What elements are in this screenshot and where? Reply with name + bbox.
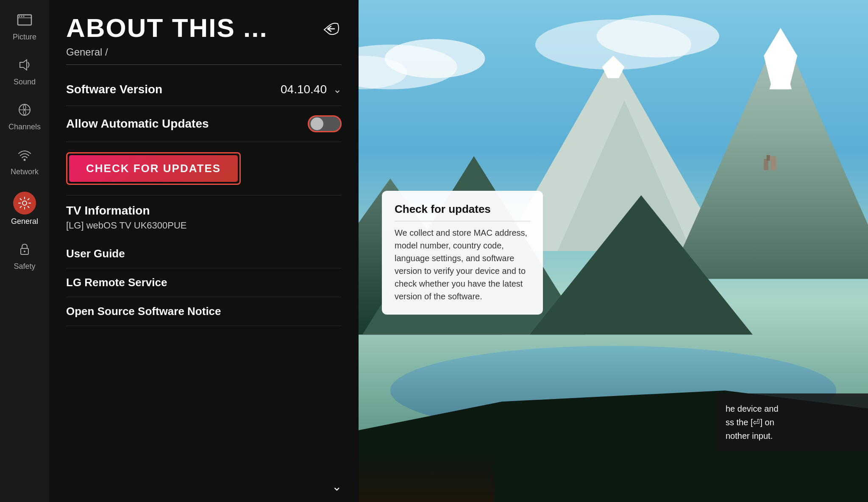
sidebar-item-label-sound: Sound [14,78,36,86]
remote-service-label: LG Remote Service [66,276,167,289]
software-version-value-group: 04.10.40 ⌄ [281,83,342,96]
sidebar-item-sound[interactable]: Sound [0,49,49,94]
safety-icon [17,241,33,259]
page-title-text: ABOUT THIS ... [66,13,268,43]
svg-marker-5 [20,60,27,70]
svg-rect-29 [771,156,776,170]
tv-info-model: [LG] webOS TV UK6300PUE [66,220,342,231]
open-source-item[interactable]: Open Source Software Notice [66,297,342,326]
toggle-thumb [311,117,323,130]
keyboard-hint [359,451,494,502]
svg-point-11 [24,251,25,252]
sound-icon [17,57,33,75]
general-icon-wrap [13,192,36,215]
user-guide-item[interactable]: User Guide [66,240,342,268]
check-updates-btn-outer: CHECK FOR UPDATES [66,152,241,185]
svg-point-18 [597,15,719,58]
tv-background: Check for updates We collect and store M… [359,0,868,502]
remote-service-item[interactable]: LG Remote Service [66,268,342,297]
sidebar-item-label-general: General [11,217,38,226]
info-overlay-text: he device andss the [⏎] onnother input. [726,404,779,441]
picture-icon [17,12,33,30]
breadcrumb: General / [66,46,342,65]
software-version-row: Software Version 04.10.40 ⌄ [66,73,342,106]
main-panel: ABOUT THIS ... General / Software Versio… [49,0,359,502]
sidebar-item-label-picture: Picture [13,33,36,42]
chevron-up-icon[interactable]: ⌄ [333,84,342,95]
sidebar-item-picture[interactable]: Picture [0,4,49,49]
svg-point-2 [19,16,20,17]
check-updates-wrapper: CHECK FOR UPDATES [66,142,342,195]
sidebar-item-safety[interactable]: Safety [0,234,49,279]
page-title-row: ABOUT THIS ... [66,13,342,43]
toggle-track [308,115,342,132]
svg-rect-30 [767,155,770,161]
sidebar-item-network[interactable]: Network [0,139,49,184]
auto-updates-row: Allow Automatic Updates [66,106,342,142]
tooltip-popup: Check for updates We collect and store M… [382,191,543,315]
sidebar-item-channels[interactable]: Channels [0,94,49,139]
network-icon [17,147,33,165]
back-button[interactable] [320,17,342,39]
tooltip-text: We collect and store MAC address, model … [395,226,530,303]
info-overlay: he device andss the [⏎] onnother input. [715,393,868,451]
tv-information-section: TV Information [LG] webOS TV UK6300PUE [66,195,342,240]
svg-point-8 [24,159,26,161]
scroll-down-icon[interactable]: ⌄ [332,480,342,494]
sidebar-item-label-channels: Channels [8,123,41,131]
svg-point-9 [22,201,27,205]
tv-content-area: Check for updates We collect and store M… [359,0,868,502]
software-version-label: Software Version [66,83,162,96]
auto-updates-label: Allow Automatic Updates [66,117,209,131]
channels-icon [17,102,33,120]
tv-info-title: TV Information [66,204,342,218]
auto-updates-toggle[interactable] [308,115,342,132]
sidebar-item-general[interactable]: General [0,184,49,234]
svg-point-3 [21,16,22,17]
tooltip-title: Check for updates [395,203,530,221]
sidebar-item-label-safety: Safety [14,262,35,271]
user-guide-label: User Guide [66,247,125,260]
check-updates-button[interactable]: CHECK FOR UPDATES [69,155,238,182]
svg-point-4 [23,16,25,17]
sidebar-item-label-network: Network [11,167,39,176]
open-source-label: Open Source Software Notice [66,305,221,318]
software-version-value: 04.10.40 [281,83,327,96]
sidebar: Picture Sound Channels [0,0,49,502]
